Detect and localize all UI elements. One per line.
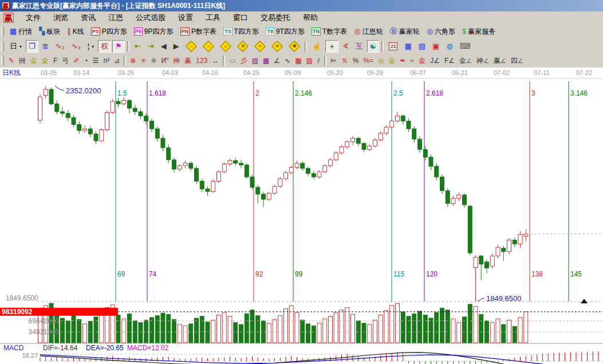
fib-f-lines-button[interactable]: F — [52, 55, 59, 66]
angle-measure-button[interactable]: ∢ — [340, 40, 352, 53]
ray-star-button[interactable]: ✳ — [139, 55, 148, 66]
four-angle-line-button[interactable]: 四∠ — [509, 55, 525, 66]
chart-window-button[interactable]: ❐ — [26, 40, 38, 53]
percent-levels-button[interactable]: %= — [361, 55, 375, 66]
percent-tool-button[interactable]: % — [351, 55, 361, 66]
toolbar-grip[interactable] — [1, 56, 4, 66]
f-angle-line-button[interactable]: F∠ — [443, 55, 456, 66]
grid-arrow-button[interactable]: ▧ — [305, 55, 314, 66]
gold-circle-button[interactable]: ◎ — [376, 55, 385, 66]
gold-angle-line-button[interactable]: 金∠ — [458, 55, 474, 66]
span-measure-button[interactable]: ↔ — [210, 55, 220, 66]
9p-square-button[interactable]: P99P四方形 — [131, 25, 176, 38]
app-logo-icon[interactable]: 赢 — [2, 2, 10, 10]
n-square-button[interactable]: n² — [101, 55, 111, 66]
winner-lines-button[interactable]: 赢 — [183, 55, 193, 66]
prev-stock-button[interactable]: ◀ — [158, 40, 170, 53]
menu-item-公式选股[interactable]: 公式选股 — [129, 12, 172, 23]
gold-red-line-button[interactable]: 金 — [417, 55, 427, 66]
p-table-button[interactable]: PNP数字表 — [178, 25, 220, 38]
menu-item-窗口[interactable]: 窗口 — [227, 12, 254, 23]
ma-line-9-button[interactable]: ∿₉ — [69, 40, 84, 53]
9t-square-button[interactable]: T99T四方形 — [263, 25, 308, 38]
god-lines-button[interactable]: 神 — [171, 55, 182, 66]
rays-fan-button[interactable]: 彡 — [239, 55, 249, 66]
spider-web-button[interactable]: ❋ — [149, 55, 158, 66]
toolbar-grip[interactable] — [1, 41, 4, 52]
bow-lines-button[interactable]: 弓 — [60, 55, 70, 66]
band-wave-button[interactable]: ≈ — [409, 55, 416, 66]
taiji-tool-button[interactable]: ☯ — [367, 40, 380, 53]
cycle-circle-button[interactable]: ◔ — [82, 55, 89, 66]
box-select-button[interactable]: ▭ — [227, 55, 237, 66]
god-angle-line-button[interactable]: 神∠ — [475, 55, 491, 66]
percent-line-button[interactable]: ％ — [340, 55, 350, 66]
wave-mark-button[interactable]: И″ — [159, 55, 170, 66]
menu-item-帮助[interactable]: 帮助 — [297, 12, 324, 23]
menu-item-资讯[interactable]: 资讯 — [74, 12, 102, 23]
candle-style-button[interactable]: ¦▾ — [85, 40, 97, 53]
mutual-tool-button[interactable]: 互 — [353, 40, 366, 53]
next-stock-button[interactable]: ▶ — [171, 40, 182, 53]
p-square-button[interactable]: PSP四方形 — [88, 25, 130, 38]
brush-tool-button[interactable]: ✎ — [7, 55, 16, 66]
last-screen-button[interactable]: ⇥ — [145, 40, 157, 53]
period-daily-button[interactable]: 日▾ — [7, 40, 25, 53]
trade-order-button[interactable]: ⌨ — [457, 40, 474, 53]
winner-angle-line-button[interactable]: 赢∠ — [492, 55, 508, 66]
menu-item-工具[interactable]: 工具 — [199, 12, 227, 23]
memo-button[interactable]: ▤ — [416, 40, 428, 53]
menu-item-文件[interactable]: 文件 — [19, 12, 47, 23]
gann-wheel-button[interactable]: ◎江恩轮 — [351, 25, 385, 38]
angle-ruler-button[interactable]: ⊿ — [112, 55, 121, 66]
gann-diamond-right-button[interactable]: → — [200, 40, 216, 53]
gann-diamond-left-button[interactable]: ← — [183, 40, 199, 53]
red-grid-button[interactable]: ▦ — [293, 55, 303, 66]
gold-ratio-lines-2-button[interactable]: 金 — [40, 55, 50, 66]
number-count-button[interactable]: 123 — [194, 55, 209, 66]
net-sync-button[interactable]: ◍ — [443, 40, 455, 53]
winner-wheel-button[interactable]: Ⓑ赢家轮 — [387, 25, 423, 38]
gold-hline-button[interactable]: 金 — [387, 55, 397, 66]
kline-chart-canvas[interactable]: 日K线03-0503-1403-2504-0304-1604-2505-0905… — [0, 68, 603, 364]
ma-line-3-button[interactable]: ∿₃ — [53, 40, 68, 53]
menu-item-江恩[interactable]: 江恩 — [102, 12, 129, 23]
kline-button[interactable]: ∥K线 — [64, 25, 87, 38]
quote-button[interactable]: ▦行情 — [7, 25, 35, 38]
sectors-button[interactable]: ▚板块 — [36, 25, 63, 38]
parallel-lines-button[interactable]: ⫽ — [316, 55, 322, 66]
hexagon-button[interactable]: ◎六角形 — [424, 25, 458, 38]
gann-diamond-move-button[interactable]: ✥ — [286, 40, 302, 53]
gann-diamond-star-button[interactable]: ✳ — [269, 40, 285, 53]
hand-drag-button[interactable]: ☝ — [309, 40, 324, 53]
wave-tool-button[interactable]: ∿ — [283, 55, 292, 66]
toolbar-grip[interactable] — [1, 26, 4, 37]
gann-box-button[interactable]: ▨ — [250, 55, 260, 66]
gann-grid-box-button[interactable]: ▩ — [261, 55, 271, 66]
menu-item-设置[interactable]: 设置 — [172, 12, 199, 23]
kline-chart-panel[interactable]: 日K线03-0503-1403-2504-0304-1604-2505-0905… — [0, 68, 603, 364]
calculator-button[interactable]: ▦ — [401, 40, 414, 53]
count-bars-button[interactable]: ☰ — [91, 55, 101, 66]
marker-brush-button[interactable]: ✐ — [72, 55, 81, 66]
menu-item-浏览[interactable]: 浏览 — [47, 12, 74, 23]
stock-info-button[interactable]: ≣ — [40, 40, 52, 53]
calendar-21-button[interactable]: 21 — [386, 40, 400, 53]
price-ladder-button[interactable]: ⊨ — [329, 55, 338, 66]
color-volume-button[interactable]: ⚑ — [112, 40, 125, 53]
j-angle-line-button[interactable]: J∠ — [428, 55, 442, 66]
crosshair-button[interactable]: ＋ — [325, 40, 338, 53]
winner-service-button[interactable]: $赢家服务 — [459, 25, 498, 38]
angle-fan-button[interactable]: ∠ — [272, 55, 282, 66]
first-screen-button[interactable]: ⇤ — [132, 40, 144, 53]
gann-diamond-span-button[interactable]: ↔ — [218, 40, 234, 53]
t-table-button[interactable]: TNT数字表 — [309, 25, 350, 38]
circle-target-button[interactable]: ⊕ — [128, 55, 137, 66]
ex-rights-button[interactable]: 权 — [98, 40, 111, 53]
gold-ratio-lines-1-button[interactable]: 金 — [29, 55, 39, 66]
menu-logo-icon[interactable]: 赢 — [3, 13, 14, 23]
gann-diamond-plus-button[interactable]: + — [252, 40, 268, 53]
gann-diamond-cross-button[interactable]: ✕ — [235, 40, 251, 53]
save-data-button[interactable]: ▣ — [429, 40, 442, 53]
pen-candle-button[interactable]: ✒ — [399, 55, 408, 66]
